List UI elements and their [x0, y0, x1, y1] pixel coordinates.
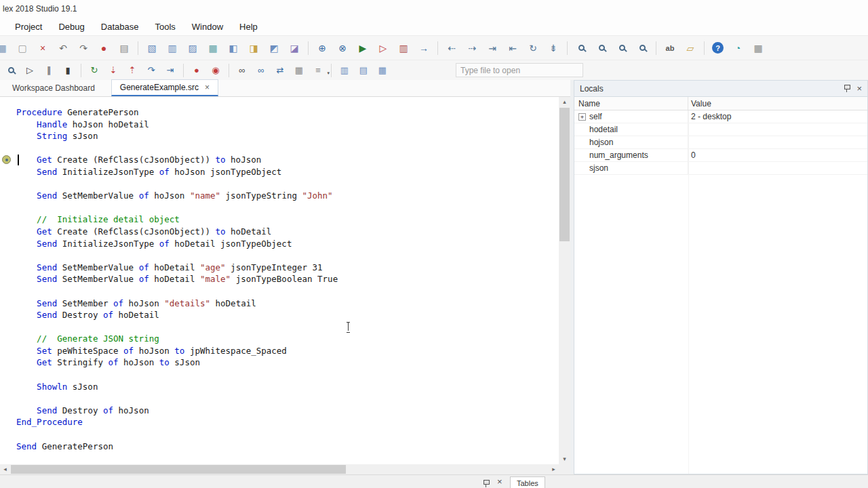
find-next-icon[interactable]: [593, 40, 610, 56]
dashboard-icon[interactable]: ◪: [286, 40, 302, 56]
vertical-scrollbar-thumb[interactable]: [559, 108, 570, 241]
code-insight-icon[interactable]: ▱: [682, 40, 698, 56]
new-view-icon[interactable]: ▧: [144, 40, 160, 56]
open-icon[interactable]: ▢: [14, 40, 31, 56]
record-macro-icon[interactable]: ●: [96, 40, 112, 56]
recompile-icon[interactable]: ⊗: [334, 40, 351, 56]
pin-icon[interactable]: [844, 85, 850, 92]
output-view-icon[interactable]: ≡▾: [311, 63, 326, 78]
tab-close-icon[interactable]: ×: [205, 84, 210, 91]
close-panel-icon[interactable]: ×: [856, 85, 862, 93]
step-over-icon[interactable]: ↷: [144, 63, 159, 78]
menu-item-project[interactable]: Project: [7, 19, 50, 35]
menu-item-database[interactable]: Database: [93, 19, 147, 35]
code-explorer-icon[interactable]: ab: [662, 40, 678, 56]
new-webview-icon[interactable]: ▦: [205, 40, 221, 56]
memory-view-icon[interactable]: ▦: [292, 63, 307, 78]
breakpoint-list-icon[interactable]: ◉: [208, 63, 223, 78]
sync-icon[interactable]: ↻: [525, 40, 541, 56]
horizontal-scrollbar-thumb[interactable]: [11, 465, 346, 474]
locals-row-hodetail[interactable]: hodetail: [574, 123, 867, 136]
tab-workspace-dashboard[interactable]: Workspace Dashboard: [4, 80, 103, 96]
relation-view-icon[interactable]: ▦: [375, 63, 390, 78]
nav-back-icon[interactable]: ⇠: [443, 40, 460, 56]
profiler-icon[interactable]: ▥: [395, 40, 412, 56]
step-out-icon[interactable]: ⇡: [125, 63, 140, 78]
table-explorer-icon[interactable]: ▥: [337, 63, 352, 78]
workspace-icon[interactable]: ▦: [0, 40, 10, 56]
find-icon[interactable]: [573, 40, 589, 56]
code-keyword: Send: [37, 262, 62, 272]
tab-generateexample-src[interactable]: GenerateExample.src×: [111, 79, 218, 96]
component-icon[interactable]: ◩: [266, 40, 282, 56]
history-icon[interactable]: ◔: [730, 40, 746, 56]
compile-icon[interactable]: ⊕: [314, 40, 330, 56]
menu-item-window[interactable]: Window: [184, 19, 231, 35]
menu-item-help[interactable]: Help: [231, 19, 266, 35]
column-header-value[interactable]: Value: [688, 97, 867, 110]
locals-row-sjson[interactable]: sjson: [574, 162, 867, 175]
code-identifier: [16, 310, 37, 320]
find-in-files-icon[interactable]: [614, 40, 630, 56]
locals-view-icon[interactable]: ∞: [235, 63, 250, 78]
debug-run-icon[interactable]: ▷: [22, 63, 37, 78]
step-into-icon[interactable]: ⇣: [106, 63, 121, 78]
code-identifier: hoDetail: [231, 226, 271, 237]
column-list-icon[interactable]: ▤: [356, 63, 371, 78]
locals-row-num-arguments[interactable]: num_arguments0: [574, 149, 867, 162]
run-to-cursor-icon[interactable]: ⇥: [163, 63, 178, 78]
goto-line-icon[interactable]: ⇤: [505, 40, 521, 56]
goto-definition-icon[interactable]: ⇥: [484, 40, 500, 56]
tab-tables[interactable]: Tables: [510, 476, 545, 488]
code-keyword: to: [216, 226, 231, 237]
wizard-icon[interactable]: ◨: [245, 40, 262, 56]
scroll-right-icon[interactable]: ▸: [549, 464, 559, 474]
pin-icon[interactable]: [483, 480, 489, 487]
run-icon[interactable]: ▶: [355, 40, 371, 56]
watches-view-icon[interactable]: ∞: [254, 63, 269, 78]
table-grid-icon[interactable]: ▦: [750, 40, 766, 56]
scroll-down-icon[interactable]: ▾: [559, 454, 570, 464]
menu-item-tools[interactable]: Tools: [146, 19, 183, 35]
debug-stop-icon[interactable]: ▮: [60, 63, 75, 78]
locals-row-hojson[interactable]: hojson: [574, 136, 867, 149]
debug-restart-icon[interactable]: ↻: [87, 63, 102, 78]
code-line: [16, 392, 338, 405]
code-identifier: hoDetail: [119, 310, 159, 320]
open-file-search-icon[interactable]: [3, 63, 18, 78]
code-line: Send SetMember of hoJson "details" hoDet…: [16, 298, 338, 310]
column-header-name[interactable]: Name: [574, 97, 688, 110]
code-line: Send GeneratePerson: [16, 441, 338, 453]
bookmark-next-icon[interactable]: ⇟: [545, 40, 561, 56]
close-file-icon[interactable]: ×: [35, 40, 51, 56]
code-identifier: Destroy: [62, 310, 103, 320]
toggle-breakpoint-icon[interactable]: ●: [189, 63, 204, 78]
code-editor[interactable]: Procedure GeneratePerson Handle hoJson h…: [0, 97, 570, 464]
scroll-left-icon[interactable]: ◂: [0, 464, 10, 474]
expand-icon[interactable]: +: [578, 113, 586, 121]
replace-icon[interactable]: [634, 40, 650, 56]
new-report-icon[interactable]: ▥: [164, 40, 180, 56]
undo-icon[interactable]: ↶: [55, 40, 71, 56]
new-dialog-icon[interactable]: ▨: [184, 40, 201, 56]
find-next-icon: [599, 45, 605, 51]
scroll-up-icon[interactable]: ▴: [559, 97, 570, 107]
code-line: [16, 178, 338, 190]
code-line: String sJson: [16, 130, 338, 142]
help-icon[interactable]: ?: [712, 42, 724, 54]
nav-forward-icon[interactable]: ⇢: [464, 40, 480, 56]
menu-item-debug[interactable]: Debug: [50, 19, 92, 35]
toolbar-separator: [704, 41, 705, 55]
locals-row-self[interactable]: +self2 - desktop: [574, 110, 867, 123]
redo-icon[interactable]: ↷: [75, 40, 92, 56]
debug-icon[interactable]: ▷: [375, 40, 391, 56]
call-stack-icon[interactable]: ⇄: [273, 63, 288, 78]
print-icon[interactable]: ▤: [116, 40, 132, 56]
code-keyword: of: [103, 405, 119, 415]
deploy-icon[interactable]: →: [416, 40, 432, 56]
close-bottom-panel-icon[interactable]: ×: [497, 476, 502, 487]
code-identifier: [16, 167, 37, 177]
new-class-icon[interactable]: ◧: [225, 40, 241, 56]
file-open-input[interactable]: [456, 63, 583, 77]
debug-pause-icon[interactable]: ∥: [41, 63, 56, 78]
